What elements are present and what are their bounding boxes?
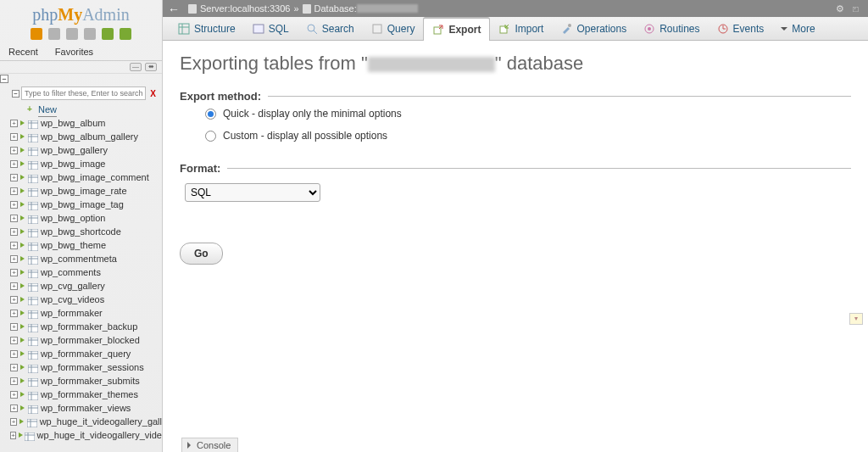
tree-table-item[interactable]: +wp_bwg_album — [2, 116, 162, 130]
expand-icon[interactable]: + — [10, 310, 18, 317]
docs-icon[interactable] — [66, 28, 78, 40]
expand-icon[interactable]: + — [10, 323, 18, 331]
tree-table-item[interactable]: +wp_bwg_image_tag — [2, 198, 162, 211]
tab-structure[interactable]: Structure — [170, 17, 244, 40]
breadcrumb-server[interactable]: Server: localhost:3306 — [188, 3, 290, 14]
expand-icon[interactable]: + — [10, 242, 18, 249]
tree-table-item[interactable]: +wp_formmaker_views — [2, 401, 162, 415]
link-icon[interactable]: ⬌ — [145, 63, 157, 71]
tree-table-item[interactable]: +wp_formmaker_themes — [2, 388, 162, 401]
expand-icon[interactable]: + — [10, 377, 18, 385]
table-icon — [28, 254, 38, 263]
expand-icon[interactable]: + — [10, 418, 17, 426]
tree-table-item[interactable]: +wp_formmaker_backup — [2, 320, 162, 333]
tree-table-item[interactable]: +wp_formmaker_sessions — [2, 360, 162, 374]
table-name: wp_huge_it_videogallery_vide — [37, 428, 162, 442]
format-select[interactable]: SQL — [185, 183, 320, 202]
reload-icon[interactable] — [102, 28, 114, 40]
svg-rect-78 — [373, 25, 381, 33]
query-icon — [371, 23, 383, 35]
console-bar[interactable]: Console — [181, 438, 238, 452]
expand-icon[interactable]: + — [10, 147, 18, 154]
tree-table-item[interactable]: +wp_cvg_gallery — [2, 279, 162, 293]
expand-icon[interactable]: + — [10, 391, 18, 399]
expand-icon[interactable]: + — [10, 405, 18, 412]
tree-table-item[interactable]: +wp_bwg_image_comment — [2, 170, 162, 184]
collapse-db-icon[interactable]: − — [0, 75, 8, 83]
breadcrumb-database[interactable]: Database: — [303, 3, 418, 14]
tab-events[interactable]: Events — [709, 17, 773, 40]
exit-icon[interactable]: ⏍ — [853, 3, 863, 14]
svg-point-83 — [648, 27, 651, 31]
back-icon[interactable]: ← — [168, 3, 180, 14]
gear-icon[interactable]: ⚙ — [836, 3, 846, 14]
tree-table-item[interactable]: +wp_bwg_shortcode — [2, 225, 162, 238]
tree-table-item[interactable]: +wp_formmaker_query — [2, 347, 162, 360]
tree-table-item[interactable]: +wp_bwg_album_gallery — [2, 130, 162, 143]
expand-icon[interactable]: + — [10, 174, 18, 181]
radio-custom-input[interactable] — [205, 131, 216, 142]
home-icon[interactable] — [31, 28, 42, 40]
expand-icon[interactable]: + — [10, 350, 18, 358]
expand-icon[interactable]: + — [10, 133, 18, 141]
tree-new[interactable]: New — [2, 103, 162, 116]
tree-table-item[interactable]: +wp_cvg_videos — [2, 293, 162, 306]
tree-table-item[interactable]: +wp_bwg_gallery — [2, 143, 162, 157]
expand-icon[interactable]: + — [10, 282, 18, 290]
nav-settings-icon[interactable] — [84, 28, 96, 40]
radio-quick[interactable]: Quick - display only the minimal options — [180, 103, 851, 125]
tab-query[interactable]: Query — [363, 17, 424, 40]
tree-table-item[interactable]: +wp_huge_it_videogallery_vide — [2, 428, 162, 442]
go-button[interactable]: Go — [180, 243, 223, 265]
expand-icon[interactable]: + — [10, 364, 18, 371]
expand-icon[interactable]: + — [10, 255, 18, 263]
expand-icon[interactable]: + — [10, 201, 18, 209]
svg-rect-54 — [28, 365, 38, 373]
tree-table-item[interactable]: +wp_bwg_image_rate — [2, 184, 162, 198]
new-table-icon — [25, 105, 36, 114]
expand-icon[interactable]: + — [10, 120, 18, 127]
table-icon — [28, 227, 38, 236]
refresh-icon[interactable] — [120, 28, 131, 40]
collapse-db2-icon[interactable]: − — [12, 90, 19, 98]
expand-icon[interactable]: + — [10, 215, 18, 222]
expand-icon[interactable]: + — [10, 228, 18, 236]
tab-import[interactable]: Import — [490, 17, 552, 40]
logo[interactable]: phpMyAdmin — [0, 0, 162, 26]
radio-custom[interactable]: Custom - display all possible options — [180, 125, 851, 147]
radio-quick-input[interactable] — [205, 109, 216, 120]
tree-table-item[interactable]: +wp_bwg_theme — [2, 238, 162, 252]
collapse-icon[interactable]: — — [130, 63, 142, 71]
tree-table-item[interactable]: +wp_bwg_option — [2, 211, 162, 225]
tab-recent[interactable]: Recent — [0, 43, 47, 60]
expand-icon[interactable]: + — [10, 269, 18, 276]
table-name: wp_comments — [41, 265, 101, 279]
expand-icon[interactable]: + — [10, 160, 18, 168]
expand-icon[interactable]: + — [10, 296, 18, 304]
tree-table-item[interactable]: +wp_formmaker — [2, 306, 162, 320]
tab-export[interactable]: Export — [423, 17, 490, 41]
tab-operations[interactable]: Operations — [552, 17, 635, 40]
tab-search[interactable]: Search — [298, 17, 363, 40]
expand-icon[interactable]: + — [10, 187, 18, 195]
table-name: wp_formmaker_submits — [41, 374, 140, 388]
filter-input[interactable] — [21, 86, 146, 100]
clear-filter-icon[interactable]: X — [147, 89, 159, 98]
tree-table-item[interactable]: +wp_formmaker_submits — [2, 374, 162, 388]
tree-table-item[interactable]: +wp_huge_it_videogallery_gall — [2, 415, 162, 428]
table-icon — [28, 187, 38, 195]
tab-more[interactable]: More — [772, 17, 823, 40]
tree-table-item[interactable]: +wp_comments — [2, 265, 162, 279]
sidebar-iconbar — [0, 26, 162, 43]
tree-table-item[interactable]: +wp_commentmeta — [2, 252, 162, 265]
table-icon — [27, 417, 37, 426]
expand-icon[interactable]: + — [10, 432, 16, 439]
tab-routines[interactable]: Routines — [635, 17, 708, 40]
tab-favorites[interactable]: Favorites — [47, 43, 102, 60]
tree-table-item[interactable]: +wp_formmaker_blocked — [2, 333, 162, 347]
logout-icon[interactable] — [48, 28, 60, 40]
tab-sql[interactable]: SQL — [244, 17, 298, 40]
tree-table-item[interactable]: +wp_bwg_image — [2, 157, 162, 170]
expand-icon[interactable]: + — [10, 337, 18, 344]
panel-toggle-icon[interactable]: ▾ — [849, 313, 863, 325]
